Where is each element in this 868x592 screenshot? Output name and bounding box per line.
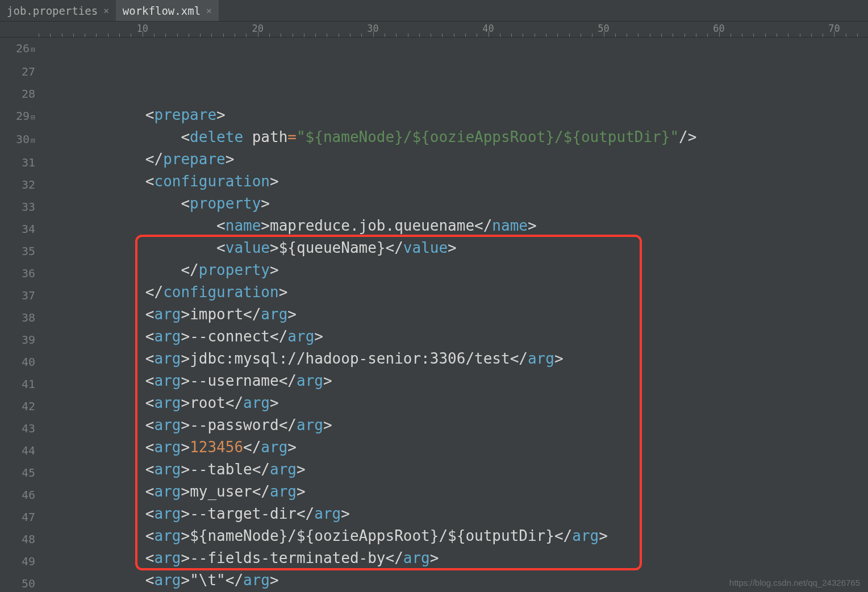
code-line[interactable]: <arg>--username</arg>	[39, 370, 868, 392]
code-line[interactable]: <arg>--target-dir</arg>	[39, 503, 868, 525]
line-number: 35	[0, 240, 35, 262]
line-number: 31	[0, 152, 35, 174]
line-number: 45	[0, 462, 35, 484]
code-line[interactable]: <prepare>	[39, 104, 868, 126]
tab-label: job.properties	[7, 5, 98, 17]
ruler-label: 20	[252, 23, 263, 34]
ruler-label: 30	[367, 23, 378, 34]
ruler-label: 70	[828, 23, 840, 34]
line-number: 50	[0, 573, 35, 592]
line-number: 38	[0, 307, 35, 329]
code-line[interactable]: <value>${queueName}</value>	[39, 237, 868, 259]
line-number: 40	[0, 351, 35, 373]
code-area[interactable]: <prepare> <delete path="${nameNode}/${oo…	[39, 37, 868, 592]
watermark: https://blog.csdn.net/qq_24326765	[729, 578, 860, 587]
code-line[interactable]: <arg>--fields-terminated-by</arg>	[39, 547, 868, 569]
line-number: 34	[0, 218, 35, 240]
line-number: 43	[0, 418, 35, 440]
line-number: 39	[0, 329, 35, 351]
ruler-label: 50	[598, 23, 609, 34]
ruler-label: 40	[482, 23, 494, 34]
tab-workflow-xml[interactable]: workflow.xml✕	[116, 0, 219, 21]
column-ruler: 10203040506070	[0, 22, 868, 37]
line-number: 49	[0, 551, 35, 573]
tab-label: workflow.xml	[123, 5, 201, 17]
editor-tabs: job.properties✕workflow.xml✕	[0, 0, 868, 22]
code-line[interactable]: <arg>my_user</arg>	[39, 481, 868, 503]
code-line[interactable]: <arg>--connect</arg>	[39, 326, 868, 348]
close-icon[interactable]: ✕	[103, 5, 109, 16]
tab-job-properties[interactable]: job.properties✕	[0, 0, 116, 21]
code-line[interactable]: <arg>--table</arg>	[39, 458, 868, 481]
close-icon[interactable]: ✕	[206, 5, 212, 16]
code-line[interactable]: <property>	[39, 193, 868, 215]
line-number: 32	[0, 174, 35, 196]
line-gutter: 26⊟272829⊟30⊟313233343536373839404142434…	[0, 37, 39, 592]
code-line[interactable]: <arg>jdbc:mysql://hadoop-senior:3306/tes…	[39, 348, 868, 370]
line-number: 27	[0, 61, 35, 83]
line-number: 26⊟	[0, 37, 35, 61]
line-number: 44	[0, 440, 35, 462]
ruler-label: 60	[713, 23, 724, 34]
code-line[interactable]: <arg>${nameNode}/${oozieAppsRoot}/${outp…	[39, 525, 868, 547]
code-line[interactable]: <delete path="${nameNode}/${oozieAppsRoo…	[39, 126, 868, 148]
line-number: 28	[0, 83, 35, 105]
code-line[interactable]: <arg>--password</arg>	[39, 414, 868, 436]
ruler-label: 10	[136, 23, 148, 34]
line-number: 47	[0, 506, 35, 528]
code-line[interactable]: <arg>root</arg>	[39, 392, 868, 414]
code-line[interactable]: </property>	[39, 259, 868, 281]
line-number: 48	[0, 528, 35, 551]
line-number: 41	[0, 373, 35, 395]
line-number: 37	[0, 285, 35, 307]
fold-icon[interactable]: ⊟	[30, 113, 35, 122]
code-line[interactable]: </prepare>	[39, 148, 868, 170]
code-line[interactable]: <arg>123456</arg>	[39, 436, 868, 458]
code-line[interactable]: <configuration>	[39, 170, 868, 193]
line-number: 36	[0, 262, 35, 285]
code-line[interactable]: <name>mapreduce.job.queuename</name>	[39, 215, 868, 237]
line-number: 42	[0, 395, 35, 418]
code-line[interactable]: <arg>import</arg>	[39, 303, 868, 326]
line-number: 30⊟	[0, 128, 35, 152]
line-number: 29⊟	[0, 105, 35, 128]
editor: 26⊟272829⊟30⊟313233343536373839404142434…	[0, 37, 868, 592]
line-number: 46	[0, 484, 35, 506]
fold-icon[interactable]: ⊟	[30, 136, 35, 145]
code-line[interactable]: </configuration>	[39, 281, 868, 303]
fold-icon[interactable]: ⊟	[30, 45, 35, 54]
line-number: 33	[0, 196, 35, 218]
